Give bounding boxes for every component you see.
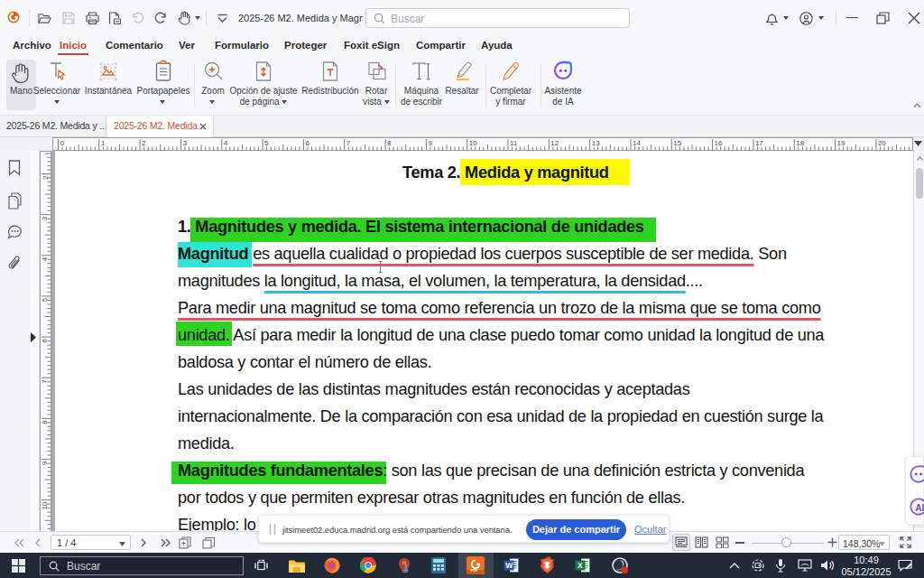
svg-text:0: 0 bbox=[60, 139, 65, 147]
svg-text:AI: AI bbox=[915, 503, 924, 513]
svg-text:4: 4 bbox=[224, 139, 228, 147]
svg-text:3: 3 bbox=[42, 216, 50, 220]
svg-text:10: 10 bbox=[469, 139, 477, 147]
svg-text:18: 18 bbox=[796, 139, 804, 147]
svg-text:2: 2 bbox=[142, 139, 146, 147]
svg-text:7: 7 bbox=[346, 139, 351, 147]
svg-text:9: 9 bbox=[42, 461, 50, 465]
svg-text:5: 5 bbox=[264, 139, 269, 147]
svg-text:8: 8 bbox=[42, 420, 50, 424]
svg-text:17: 17 bbox=[755, 139, 763, 147]
svg-text:6: 6 bbox=[305, 139, 310, 147]
svg-text:7: 7 bbox=[42, 379, 50, 384]
svg-text:20: 20 bbox=[878, 139, 886, 147]
svg-text:W: W bbox=[505, 561, 513, 570]
svg-text:3: 3 bbox=[183, 139, 188, 147]
svg-text:2: 2 bbox=[42, 175, 50, 180]
svg-text:1: 1 bbox=[101, 139, 106, 147]
svg-text:15: 15 bbox=[673, 139, 681, 147]
svg-text:9: 9 bbox=[428, 139, 432, 147]
svg-text:4: 4 bbox=[42, 256, 50, 261]
svg-text:13: 13 bbox=[592, 139, 600, 147]
svg-text:12: 12 bbox=[550, 139, 559, 147]
svg-text:5: 5 bbox=[42, 297, 50, 302]
svg-text:14: 14 bbox=[633, 139, 641, 147]
svg-text:19: 19 bbox=[837, 139, 845, 147]
svg-text:8: 8 bbox=[387, 139, 392, 147]
svg-text:10: 10 bbox=[42, 501, 50, 509]
svg-text:6: 6 bbox=[42, 339, 50, 343]
svg-text:16: 16 bbox=[715, 139, 723, 147]
svg-text:11: 11 bbox=[510, 139, 518, 147]
svg-text:X: X bbox=[578, 561, 583, 570]
